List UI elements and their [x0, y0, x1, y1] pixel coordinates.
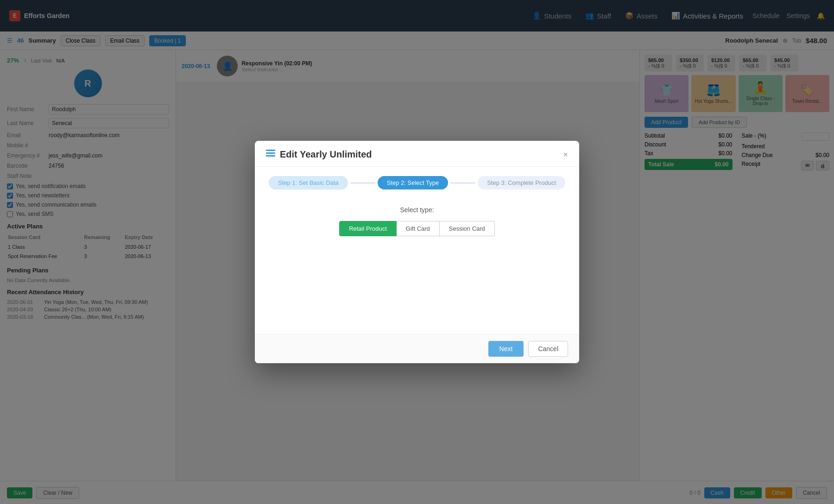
edit-yearly-unlimited-modal: Edit Yearly Unlimited × Step 1: Set Basi… — [255, 141, 579, 363]
step-connector-1 — [350, 183, 375, 183]
modal-footer: Next Cancel — [255, 334, 579, 363]
modal-header: Edit Yearly Unlimited × — [255, 141, 579, 167]
step-connector-2 — [450, 183, 475, 183]
modal-body: Select type: Retail Product Gift Card Se… — [255, 197, 579, 334]
step-1: Step 1: Set Basic Data — [269, 176, 348, 189]
modal-title-icon — [266, 150, 275, 159]
stepper: Step 1: Set Basic Data Step 2: Select Ty… — [255, 167, 579, 197]
type-session-card-button[interactable]: Session Card — [440, 221, 495, 236]
step-3-pill[interactable]: Step 3: Complete Product — [478, 176, 565, 189]
select-type-label: Select type: — [269, 206, 565, 214]
type-retail-product-button[interactable]: Retail Product — [339, 221, 397, 236]
type-gift-card-button[interactable]: Gift Card — [397, 221, 440, 236]
type-buttons: Retail Product Gift Card Session Card — [269, 221, 565, 236]
modal-title: Edit Yearly Unlimited — [280, 149, 372, 160]
modal-cancel-button[interactable]: Cancel — [528, 341, 568, 357]
svg-rect-1 — [266, 152, 275, 154]
modal-overlay: Edit Yearly Unlimited × Step 1: Set Basi… — [0, 0, 834, 504]
svg-rect-2 — [266, 155, 275, 157]
modal-close-button[interactable]: × — [563, 151, 568, 159]
step-2-pill[interactable]: Step 2: Select Type — [378, 176, 449, 189]
modal-next-button[interactable]: Next — [488, 341, 524, 357]
step-3: Step 3: Complete Product — [478, 176, 565, 189]
step-2: Step 2: Select Type — [378, 176, 449, 189]
step-1-pill[interactable]: Step 1: Set Basic Data — [269, 176, 348, 189]
svg-rect-0 — [266, 150, 275, 151]
